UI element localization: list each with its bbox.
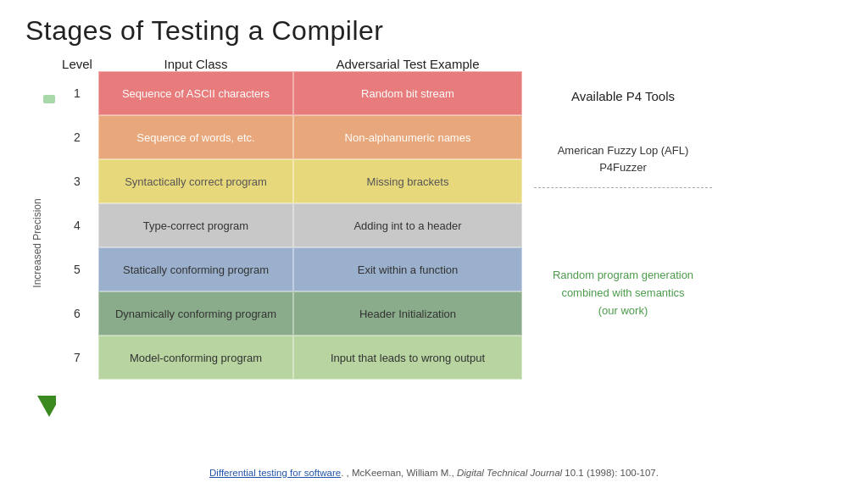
svg-rect-3	[43, 95, 55, 103]
cell-adversarial: Exit within a function	[293, 247, 522, 291]
cell-adversarial: Adding int to a header	[293, 203, 522, 247]
citation-footer: Differential testing for software. , McK…	[209, 468, 659, 478]
svg-text:Increased Precision: Increased Precision	[31, 198, 43, 287]
cell-level: 5	[56, 263, 98, 276]
table-section: Level Input Class Adversarial Test Examp…	[56, 57, 522, 380]
table-row: 5Statically conforming programExit withi…	[56, 247, 522, 291]
random-gen-label: Random program generation combined with …	[534, 267, 712, 319]
table-row: 3Syntactically correct programMissing br…	[56, 159, 522, 203]
cell-level: 7	[56, 351, 98, 364]
random-gen-text: Random program generation combined with …	[553, 269, 693, 317]
cell-level: 6	[56, 307, 98, 320]
main-content: Increased Precision Level Input Class Ad…	[25, 57, 843, 421]
afl-label: American Fuzzy Lop (AFL) P4Fuzzer	[534, 142, 712, 175]
cell-level: 4	[56, 219, 98, 232]
cell-adversarial: Missing brackets	[293, 159, 522, 203]
col-header-input: Input Class	[98, 57, 293, 71]
page-title: Stages of Testing a Compiler	[25, 15, 843, 47]
table-body: 1Sequence of ASCII charactersRandom bit …	[56, 71, 522, 380]
cell-input-class: Model-conforming program	[98, 336, 293, 380]
cell-input-class: Dynamically conforming program	[98, 291, 293, 336]
cell-adversarial: Header Initialization	[293, 291, 522, 336]
cell-adversarial: Non-alphanumeric names	[293, 115, 522, 159]
cell-input-class: Statically conforming program	[98, 247, 293, 291]
column-headers: Level Input Class Adversarial Test Examp…	[56, 57, 522, 71]
cell-input-class: Sequence of words, etc.	[98, 115, 293, 159]
table-row: 2Sequence of words, etc.Non-alphanumeric…	[56, 115, 522, 159]
col-header-level: Level	[56, 57, 98, 71]
cell-input-class: Sequence of ASCII characters	[98, 71, 293, 115]
table-row: 6Dynamically conforming programHeader In…	[56, 291, 522, 336]
svg-marker-2	[37, 396, 56, 417]
tools-col-header: Available P4 Tools	[534, 89, 712, 103]
col-header-adversarial: Adversarial Test Example	[293, 57, 522, 71]
afl-label-text: American Fuzzy Lop (AFL) P4Fuzzer	[558, 144, 689, 174]
page-container: Stages of Testing a Compiler Increased P…	[0, 0, 868, 488]
cell-level: 3	[56, 175, 98, 188]
cell-adversarial: Random bit stream	[293, 71, 522, 115]
precision-arrow-container: Increased Precision	[25, 89, 56, 421]
citation-link[interactable]: Differential testing for software	[209, 468, 341, 478]
precision-arrow-icon: Increased Precision	[25, 91, 56, 421]
table-row: 4Type-correct programAdding int to a hea…	[56, 203, 522, 247]
dashed-divider	[534, 187, 712, 188]
cell-input-class: Type-correct program	[98, 203, 293, 247]
annotations-panel: Available P4 Tools American Fuzzy Lop (A…	[534, 89, 712, 175]
citation-tail: 10.1 (1998): 100-107.	[562, 468, 659, 478]
table-row: 7Model-conforming programInput that lead…	[56, 336, 522, 380]
cell-input-class: Syntactically correct program	[98, 159, 293, 203]
cell-level: 2	[56, 130, 98, 144]
cell-adversarial: Input that leads to wrong output	[293, 336, 522, 380]
citation-italic: Digital Technical Journal	[457, 468, 562, 478]
citation-rest: . , McKeeman, William M.,	[341, 468, 457, 478]
table-row: 1Sequence of ASCII charactersRandom bit …	[56, 71, 522, 115]
cell-level: 1	[56, 86, 98, 100]
